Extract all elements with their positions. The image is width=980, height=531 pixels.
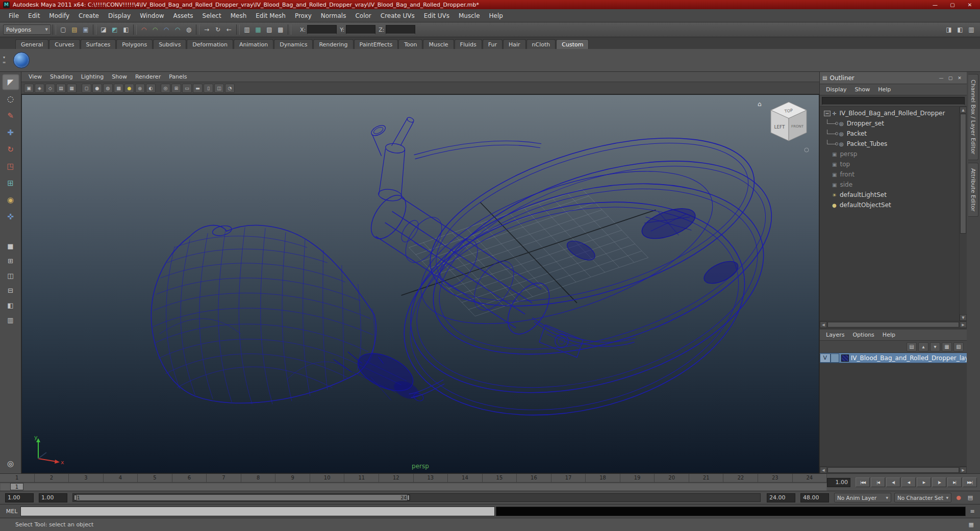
3d-viewport[interactable]: ⌂ TOP LEFT FRONT — [21, 94, 819, 473]
shelf-tab[interactable]: General — [15, 39, 48, 49]
play-backwards-button[interactable]: ◀ — [901, 477, 916, 487]
scrollbar-thumb[interactable] — [960, 114, 966, 234]
animation-start-field[interactable]: 1.00 — [5, 493, 34, 502]
menubar-item[interactable]: Edit Mesh — [251, 10, 290, 21]
new-empty-layer-icon[interactable]: ▦ — [942, 342, 952, 351]
minimize-window-button[interactable]: — — [928, 2, 942, 8]
shelf-tab[interactable]: Curves — [49, 39, 80, 49]
timeline-frame-cell[interactable]: 19 — [620, 474, 655, 482]
mel-output-field[interactable] — [496, 507, 966, 516]
menubar-item[interactable]: Display — [104, 10, 135, 21]
menubar-item[interactable]: Edit UVs — [419, 10, 454, 21]
tab-attribute-editor[interactable]: Attribute Editor — [968, 163, 978, 217]
panel-menu-item[interactable]: View — [24, 72, 46, 81]
shelf-tab[interactable]: Animation — [234, 39, 273, 49]
menubar-item[interactable]: Assets — [169, 10, 198, 21]
move-layer-down-icon[interactable]: ▾ — [930, 342, 940, 351]
play-forwards-button[interactable]: ▶ — [917, 477, 931, 487]
viewport-toolbar-gap[interactable] — [157, 84, 160, 93]
step-forward-frame-button[interactable]: ▶| — [947, 477, 962, 487]
menubar-item[interactable]: Color — [350, 10, 375, 21]
single-pane-layout-button[interactable]: ■ — [2, 239, 19, 253]
outliner-item-persp[interactable]: ▣ persp — [820, 149, 959, 159]
statusline-grip[interactable] — [53, 24, 56, 35]
timeline-frame-cell[interactable]: 18 — [586, 474, 620, 482]
show-channel-box-icon[interactable]: ▥ — [966, 24, 977, 35]
construction-history-icon[interactable]: ↻ — [212, 24, 223, 35]
timeline-frame-cell[interactable]: 3 — [69, 474, 104, 482]
timeline-frame-cell[interactable]: 10 — [310, 474, 345, 482]
close-window-button[interactable]: ✕ — [963, 2, 977, 8]
snap-to-grid-icon[interactable]: ◠ — [138, 24, 149, 35]
node-label[interactable]: defaultLightSet — [840, 191, 887, 198]
image-plane-icon[interactable]: ▦ — [67, 84, 77, 93]
select-by-component-icon[interactable]: ◧ — [120, 24, 132, 35]
timeline-frame-cell[interactable]: 23 — [758, 474, 793, 482]
menubar-item[interactable]: Create UVs — [376, 10, 419, 21]
layer-visibility-toggle[interactable]: V — [820, 353, 831, 363]
save-scene-icon[interactable]: ▣ — [80, 24, 91, 35]
panel-menu-item[interactable]: Lighting — [77, 72, 108, 81]
shelf-tab[interactable]: Toon — [398, 39, 422, 49]
timeline-frame-cell[interactable]: 17 — [551, 474, 586, 482]
isolate-select-icon[interactable]: ◎ — [161, 84, 170, 93]
viewport-toolbar-gap[interactable] — [78, 84, 81, 93]
use-all-lights-icon[interactable]: ● — [124, 84, 134, 93]
node-label[interactable]: Packet — [847, 130, 867, 137]
soft-modification-tool[interactable]: ◉ — [2, 192, 19, 208]
move-tool[interactable]: ✚ — [2, 124, 19, 141]
animation-preferences-icon[interactable]: ▤ — [966, 493, 975, 502]
camera-attributes-icon[interactable]: ◇ — [45, 84, 55, 93]
layers-horizontal-scrollbar[interactable]: ◀ ▶ — [820, 466, 967, 473]
animation-end-field[interactable]: 48.00 — [800, 493, 829, 502]
timeline-frame-cell[interactable]: 12 — [379, 474, 414, 482]
shelf-tab[interactable]: Fur — [483, 39, 502, 49]
timeline-frame-cell[interactable]: 4 — [104, 474, 138, 482]
panel-menu-item[interactable]: Show — [108, 72, 131, 81]
tube-connectors[interactable] — [564, 203, 741, 288]
go-to-start-button[interactable]: |◀◀ — [856, 477, 870, 487]
select-camera-icon[interactable]: ▣ — [24, 84, 34, 93]
timeline-frame-cell[interactable]: 14 — [448, 474, 483, 482]
new-layer-from-selected-icon[interactable]: ▧ — [953, 342, 964, 351]
shadows-icon[interactable]: ● — [135, 84, 145, 93]
bookmarks-icon[interactable]: ▤ — [56, 84, 66, 93]
shelf-tab[interactable]: nCloth — [526, 39, 556, 49]
shelf-tab[interactable]: Subdivs — [153, 39, 186, 49]
current-time-field[interactable]: 1.00 — [827, 478, 850, 487]
exposure-icon[interactable]: ◔ — [225, 84, 235, 93]
timeline-frame-cell[interactable]: 24 — [793, 474, 827, 482]
timeline-frame-cell[interactable]: 11 — [344, 474, 379, 482]
menubar-item[interactable]: Muscle — [454, 10, 485, 21]
tab-channel-box-layer-editor[interactable]: Channel Box / Layer Editor — [968, 74, 978, 160]
render-current-frame-icon[interactable]: ▦ — [253, 24, 264, 35]
scale-tool[interactable]: ◳ — [2, 158, 19, 174]
panel-menu-item[interactable]: Shading — [46, 72, 77, 81]
snap-to-point-icon[interactable]: ◠ — [161, 24, 172, 35]
rotate-tool[interactable]: ↻ — [2, 141, 19, 158]
timeline-frame-cell[interactable]: 15 — [483, 474, 517, 482]
two-pane-stacked-layout-button[interactable]: ⊟ — [2, 283, 19, 297]
node-label[interactable]: defaultObjectSet — [840, 201, 891, 209]
step-back-key-button[interactable]: ◀| — [886, 477, 900, 487]
xray-icon[interactable]: ◫ — [214, 84, 224, 93]
step-back-frame-button[interactable]: |◀ — [871, 477, 885, 487]
node-label[interactable]: side — [840, 181, 852, 188]
toolbox-extra-button[interactable]: ◎ — [7, 459, 14, 468]
scrollbar-thumb[interactable] — [827, 467, 959, 473]
snap-to-plane-icon[interactable]: ◠ — [172, 24, 183, 35]
spike-connector-wireframe[interactable] — [370, 116, 415, 202]
layers-normal-mode-icon[interactable]: ▤ — [907, 342, 917, 351]
node-label[interactable]: top — [840, 161, 850, 168]
range-slider-bar[interactable]: 1 24 — [73, 494, 410, 501]
menubar-item[interactable]: Select — [198, 10, 226, 21]
outliner-minimize-button[interactable]: — — [937, 75, 946, 81]
shelf-tab[interactable]: Muscle — [423, 39, 454, 49]
timeline-frame-cell[interactable]: 6 — [172, 474, 207, 482]
select-tool[interactable]: ◤ — [2, 74, 19, 90]
ipr-render-icon[interactable]: ▧ — [264, 24, 275, 35]
outliner-item-top[interactable]: ▣ top — [820, 159, 959, 169]
anim-layer-dropdown[interactable]: No Anim Layer ▼ — [834, 493, 891, 502]
statusline-grip[interactable] — [236, 24, 240, 35]
four-pane-layout-button[interactable]: ⊞ — [2, 254, 19, 268]
